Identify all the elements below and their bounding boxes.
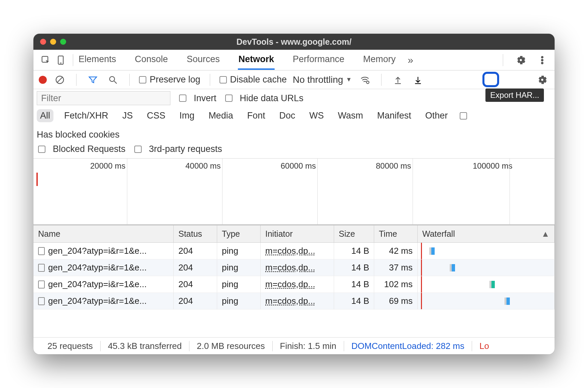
col-time[interactable]: Time	[374, 225, 418, 242]
checkbox-icon[interactable]	[179, 94, 186, 102]
tab-memory[interactable]: Memory	[362, 50, 397, 70]
table-row[interactable]: gen_204?atyp=i&r=1&e...204pingm=cdos,dp.…	[33, 293, 555, 310]
network-settings-icon[interactable]	[535, 73, 549, 87]
file-icon	[38, 247, 45, 255]
panel-tabs-row: ElementsConsoleSourcesNetworkPerformance…	[33, 50, 555, 70]
filter-type-wasm[interactable]: Wasm	[334, 109, 366, 122]
request-initiator[interactable]: m=cdos,dp...	[261, 243, 334, 259]
checkbox-icon[interactable]	[225, 94, 233, 102]
checkbox-icon[interactable]	[460, 112, 467, 120]
device-toolbar-icon[interactable]	[54, 53, 68, 67]
table-row[interactable]: gen_204?atyp=i&r=1&e...204pingm=cdos,dp.…	[33, 276, 555, 293]
status-domcontentloaded: DOMContentLoaded: 282 ms	[344, 341, 472, 351]
network-conditions-icon[interactable]	[358, 73, 372, 87]
filter-type-manifest[interactable]: Manifest	[374, 109, 415, 122]
checkbox-icon[interactable]	[38, 146, 45, 153]
request-waterfall	[418, 259, 555, 276]
request-size: 14 B	[334, 259, 374, 276]
more-tabs-icon[interactable]: »	[408, 54, 413, 66]
throttling-value: No throttling	[293, 74, 343, 85]
disable-cache-toggle[interactable]: Disable cache	[219, 74, 287, 85]
request-status: 204	[174, 276, 217, 293]
col-size[interactable]: Size	[334, 225, 374, 242]
filter-type-fetch-xhr[interactable]: Fetch/XHR	[61, 109, 112, 122]
search-icon[interactable]	[106, 73, 120, 87]
request-initiator[interactable]: m=cdos,dp...	[261, 276, 334, 293]
filter-input[interactable]	[37, 91, 170, 105]
request-size: 14 B	[334, 276, 374, 293]
highlight-ring	[482, 72, 499, 87]
timeline-gridline	[413, 159, 413, 224]
request-type: ping	[217, 276, 261, 293]
timeline-gridline	[127, 159, 127, 224]
svg-point-3	[542, 56, 543, 58]
preserve-log-toggle[interactable]: Preserve log	[139, 74, 200, 85]
export-har-icon[interactable]	[411, 73, 425, 87]
network-toolbar: Preserve log Disable cache No throttling…	[33, 70, 555, 89]
tab-elements[interactable]: Elements	[78, 50, 117, 70]
export-har-tooltip: Export HAR...	[485, 88, 544, 102]
request-time: 42 ms	[374, 243, 418, 259]
checkbox-icon[interactable]	[134, 146, 142, 153]
filter-type-css[interactable]: CSS	[144, 109, 169, 122]
filter-type-media[interactable]: Media	[205, 109, 237, 122]
sort-asc-icon: ▲	[541, 229, 550, 239]
kebab-menu-icon[interactable]	[535, 53, 549, 67]
file-icon	[38, 297, 45, 305]
filter-icon[interactable]	[86, 73, 100, 87]
has-blocked-cookies-label: Has blocked cookies	[37, 130, 120, 140]
filter-type-other[interactable]: Other	[422, 109, 451, 122]
col-name[interactable]: Name	[33, 225, 174, 242]
invert-label: Invert	[194, 93, 216, 104]
separator	[73, 54, 73, 66]
throttling-select[interactable]: No throttling ▼	[293, 74, 352, 85]
filter-type-font[interactable]: Font	[244, 109, 269, 122]
clear-icon[interactable]	[53, 73, 67, 87]
timeline-tick-label: 80000 ms	[376, 161, 411, 171]
request-initiator[interactable]: m=cdos,dp...	[261, 259, 334, 276]
request-waterfall	[418, 293, 555, 309]
col-status[interactable]: Status	[174, 225, 217, 242]
checkbox-icon	[139, 76, 146, 83]
request-name: gen_204?atyp=i&r=1&e...	[48, 296, 147, 306]
request-waterfall	[418, 276, 555, 293]
request-status: 204	[174, 243, 217, 259]
svg-point-10	[366, 81, 369, 83]
timeline-overview[interactable]: 20000 ms40000 ms60000 ms80000 ms100000 m…	[33, 159, 555, 225]
tab-network[interactable]: Network	[238, 50, 275, 70]
col-waterfall[interactable]: Waterfall ▲	[418, 225, 555, 242]
svg-point-4	[542, 59, 543, 61]
tab-sources[interactable]: Sources	[186, 50, 220, 70]
filter-type-all[interactable]: All	[37, 109, 53, 122]
tab-performance[interactable]: Performance	[292, 50, 345, 70]
inspect-element-icon[interactable]	[39, 53, 53, 67]
filter-type-img[interactable]: Img	[176, 109, 198, 122]
timeline-cursor	[36, 173, 38, 186]
request-status: 204	[174, 293, 217, 309]
col-initiator[interactable]: Initiator	[261, 225, 334, 242]
tab-console[interactable]: Console	[134, 50, 169, 70]
settings-icon[interactable]	[514, 53, 528, 67]
checkbox-icon	[219, 76, 227, 83]
request-name: gen_204?atyp=i&r=1&e...	[48, 279, 147, 289]
timeline-gridline	[317, 159, 318, 224]
request-initiator[interactable]: m=cdos,dp...	[261, 293, 334, 309]
request-type: ping	[217, 259, 261, 276]
request-name: gen_204?atyp=i&r=1&e...	[48, 246, 147, 256]
file-icon	[38, 280, 45, 288]
table-row[interactable]: gen_204?atyp=i&r=1&e...204pingm=cdos,dp.…	[33, 243, 555, 259]
filter-type-doc[interactable]: Doc	[276, 109, 299, 122]
status-load: Lo	[472, 341, 496, 351]
filter-type-js[interactable]: JS	[119, 109, 136, 122]
record-button[interactable]	[39, 76, 47, 84]
timeline-tick-label: 40000 ms	[185, 161, 220, 171]
timeline-gridline	[222, 159, 223, 224]
import-har-icon[interactable]	[391, 73, 405, 87]
filter-type-ws[interactable]: WS	[306, 109, 327, 122]
type-filter-row: AllFetch/XHRJSCSSImgMediaFontDocWSWasmMa…	[37, 109, 551, 140]
col-type[interactable]: Type	[217, 225, 261, 242]
request-type: ping	[217, 243, 261, 259]
request-time: 37 ms	[374, 259, 418, 276]
separator	[381, 74, 382, 86]
table-row[interactable]: gen_204?atyp=i&r=1&e...204pingm=cdos,dp.…	[33, 259, 555, 276]
